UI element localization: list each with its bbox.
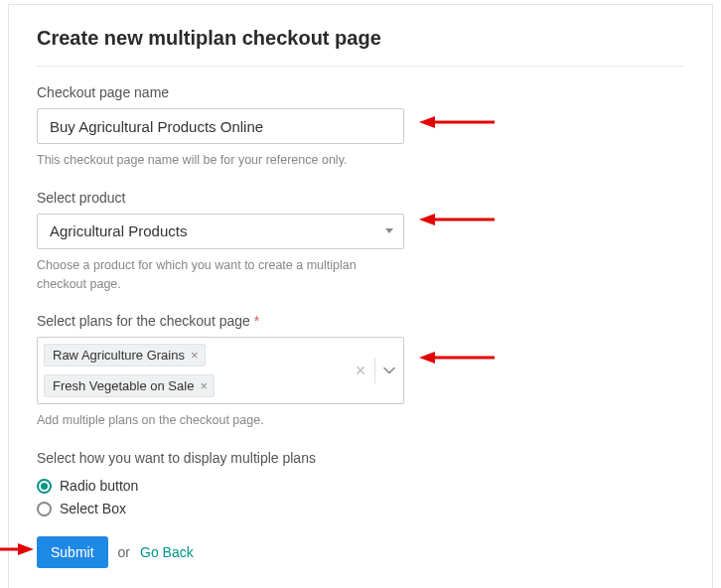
clear-all-icon[interactable]: × — [347, 361, 374, 381]
chevron-down-icon — [383, 367, 395, 374]
product-select[interactable]: Agricultural Products — [37, 214, 404, 249]
radio-label: Radio button — [60, 478, 138, 494]
radio-label: Select Box — [60, 501, 126, 516]
required-asterisk: * — [254, 313, 259, 329]
chip-remove-icon[interactable]: × — [200, 379, 208, 392]
radio-icon[interactable] — [37, 502, 52, 516]
checkout-name-hint: This checkout page name will be for your… — [37, 151, 684, 170]
display-label: Select how you want to display multiple … — [37, 450, 684, 466]
go-back-link[interactable]: Go Back — [140, 544, 194, 560]
divider — [37, 66, 684, 67]
form-actions: Submit or Go Back — [37, 536, 684, 568]
plans-multiselect[interactable]: Raw Agriculture Grains × Fresh Vegetable… — [37, 337, 404, 404]
plans-label: Select plans for the checkout page * — [37, 313, 684, 329]
field-plans: Select plans for the checkout page * Raw… — [37, 313, 684, 430]
dropdown-toggle[interactable] — [375, 367, 403, 374]
plans-chips: Raw Agriculture Grains × Fresh Vegetable… — [38, 338, 346, 403]
plans-hint: Add multiple plans on the checkout page. — [37, 411, 684, 430]
field-product: Select product Agricultural Products Cho… — [37, 190, 684, 294]
display-option-select-box[interactable]: Select Box — [37, 501, 684, 516]
chip-remove-icon[interactable]: × — [191, 349, 199, 362]
page-title: Create new multiplan checkout page — [37, 27, 684, 50]
product-select-value: Agricultural Products — [50, 222, 187, 239]
radio-dot-icon — [41, 483, 48, 490]
product-hint: Choose a product for which you want to c… — [37, 256, 404, 294]
field-display-mode: Select how you want to display multiple … — [37, 450, 684, 516]
field-checkout-name: Checkout page name This checkout page na… — [37, 84, 684, 170]
display-option-radio-button[interactable]: Radio button — [37, 478, 684, 494]
caret-down-icon — [385, 228, 393, 233]
plan-chip-label: Raw Agriculture Grains — [53, 348, 185, 363]
plan-chip[interactable]: Raw Agriculture Grains × — [44, 344, 206, 367]
or-text: or — [118, 544, 130, 560]
submit-button[interactable]: Submit — [37, 536, 108, 568]
checkout-name-input[interactable] — [37, 108, 404, 144]
checkout-name-label: Checkout page name — [37, 84, 684, 100]
radio-icon[interactable] — [37, 479, 52, 494]
multiselect-controls: × — [346, 338, 403, 403]
plans-label-text: Select plans for the checkout page — [37, 313, 250, 329]
plan-chip-label: Fresh Vegetable on Sale — [53, 378, 194, 393]
product-label: Select product — [37, 190, 684, 206]
form-panel: Create new multiplan checkout page Check… — [8, 4, 713, 588]
plan-chip[interactable]: Fresh Vegetable on Sale × — [44, 374, 215, 397]
